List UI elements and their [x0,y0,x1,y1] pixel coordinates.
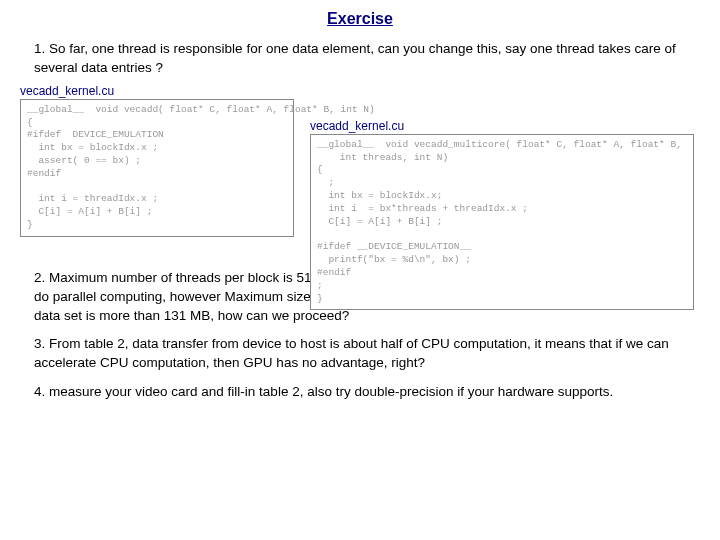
filename-1: vecadd_kernel.cu [20,84,114,98]
question-3: 3. From table 2, data transfer from devi… [20,335,700,373]
filename-2: vecadd_kernel.cu [310,119,404,133]
question-4: 4. measure your video card and fill-in t… [20,383,700,402]
code-area: vecadd_kernel.cu __global__ void vecadd(… [20,84,700,259]
code-box-1: __global__ void vecadd( float* C, float*… [20,99,294,237]
code-box-2: __global__ void vecadd_multicore( float*… [310,134,694,311]
question-1: 1. So far, one thread is responsible for… [20,40,700,78]
page-title: Exercise [20,10,700,28]
